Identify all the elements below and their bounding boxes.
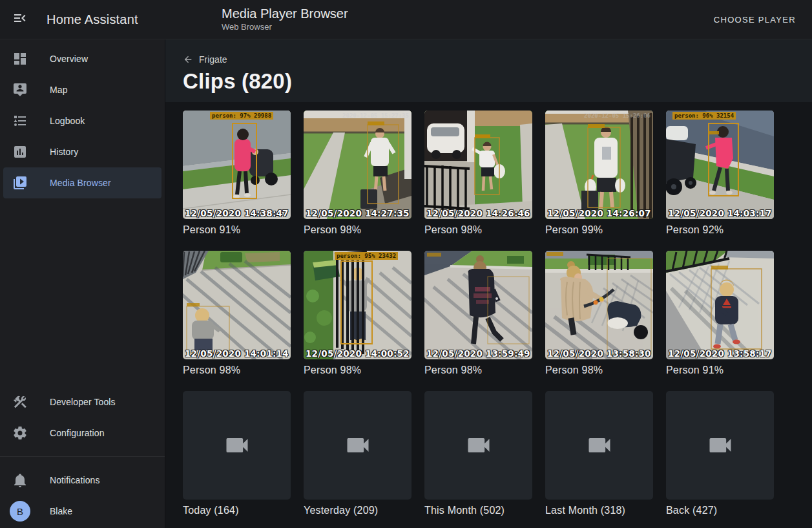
clip-card: person: 97% 29988 12/05/2020 14:38:47 Pe… <box>183 111 291 236</box>
clip-thumbnail[interactable]: 2020-12-05 15:26:06 12/05/2020 14:26:07 <box>545 111 653 219</box>
clip-timestamp: 12/05/2020 14:03:17 <box>668 208 772 218</box>
media-browser-panel: Frigate Clips (820) <box>165 39 812 528</box>
breadcrumb-back[interactable]: Frigate <box>183 54 227 65</box>
sidebar-item-label: History <box>50 147 78 157</box>
folder-caption: This Month (502) <box>424 505 532 516</box>
clip-caption: Person 91% <box>666 364 774 376</box>
sidebar-item-history[interactable]: History <box>3 136 161 167</box>
sidebar-item-user-profile[interactable]: B Blake <box>3 496 161 527</box>
panel-title-block: Media Player Browser Web Browser <box>222 6 348 32</box>
app-bar: Home Assistant Media Player Browser Web … <box>0 0 812 39</box>
folder-card-this-month: This Month (502) <box>424 391 532 516</box>
clip-card: 12/05/2020 14:01:14 Person 98% <box>183 251 291 376</box>
clip-caption: Person 98% <box>424 364 532 376</box>
menu-open-icon <box>12 10 28 28</box>
clip-card: 2020-12-05 15:26:06 12/05/2020 14:26:07 … <box>545 111 653 236</box>
choose-player-button[interactable]: CHOOSE PLAYER <box>709 10 801 30</box>
video-icon <box>344 431 372 459</box>
folder-thumbnail[interactable] <box>424 391 532 500</box>
clip-timestamp: 12/05/2020 13:58:17 <box>668 348 772 359</box>
clip-thumbnail[interactable]: person: 96% 32154 12/05/2020 14:03:17 <box>666 111 774 219</box>
clip-caption: Person 98% <box>545 364 653 376</box>
clip-timestamp: 12/05/2020 13:59:49 <box>426 348 530 359</box>
clip-thumbnail[interactable]: person: 97% 29988 12/05/2020 14:38:47 <box>183 111 291 219</box>
sidebar-item-overview[interactable]: Overview <box>3 43 161 74</box>
sidebar-spacer <box>0 198 165 386</box>
sidebar-item-developer-tools[interactable]: Developer Tools <box>3 386 161 417</box>
detection-label: person: 95% 23432 <box>335 252 398 260</box>
sidebar-item-label: Configuration <box>50 428 105 438</box>
sidebar-divider <box>0 456 165 457</box>
app-title: Home Assistant <box>47 12 138 27</box>
format-list-bulleted-icon <box>12 113 28 129</box>
sidebar: Overview Map Logbook History Media Brows… <box>0 39 165 528</box>
camera-timestamp: 2020-12-05 15:27:35 <box>342 112 409 119</box>
folder-thumbnail[interactable] <box>545 391 653 500</box>
clip-thumbnail[interactable]: person: 95% 23432 12/05/2020 14:00:52 <box>304 251 411 359</box>
folder-card-back: Back (427) <box>666 391 774 516</box>
clip-thumbnail[interactable]: 12/05/2020 13:58:30 <box>545 251 653 359</box>
clip-caption: Person 99% <box>545 224 653 236</box>
video-icon <box>706 431 734 459</box>
clip-caption: Person 98% <box>424 224 532 236</box>
sidebar-item-label: Overview <box>50 54 88 64</box>
panel-subtitle: Web Browser <box>222 23 348 32</box>
clip-card: 12/05/2020 13:59:49 Person 98% <box>424 251 532 376</box>
sidebar-item-notifications[interactable]: Notifications <box>3 465 161 496</box>
folder-caption: Today (164) <box>183 505 291 516</box>
sidebar-item-label: Logbook <box>50 116 85 126</box>
clip-thumbnail[interactable]: 12/05/2020 13:59:49 <box>424 251 532 359</box>
clip-timestamp: 12/05/2020 13:58:30 <box>547 348 651 359</box>
clip-timestamp: 12/05/2020 14:26:07 <box>547 208 651 218</box>
arrow-left-icon <box>183 54 193 65</box>
gear-icon <box>12 425 28 441</box>
clip-thumbnail[interactable]: 12/05/2020 14:01:14 <box>183 251 291 359</box>
clip-timestamp: 12/05/2020 14:00:52 <box>306 348 410 359</box>
clip-grid: person: 97% 29988 12/05/2020 14:38:47 Pe… <box>183 111 812 516</box>
video-icon <box>464 431 493 459</box>
clip-card: 2020-12-05 15:27:35 12/05/2020 14:27:35 … <box>304 111 411 236</box>
app-bar-left: Home Assistant <box>0 10 165 28</box>
video-icon <box>223 431 251 459</box>
clip-caption: Person 98% <box>183 364 291 376</box>
video-icon <box>585 431 614 459</box>
sidebar-item-label: Developer Tools <box>50 397 116 407</box>
user-name: Blake <box>50 506 72 516</box>
page-title: Clips (820) <box>183 69 812 94</box>
clip-thumbnail[interactable]: 12/05/2020 13:58:17 <box>666 251 774 359</box>
clip-caption: Person 91% <box>183 224 291 236</box>
clip-card: person: 96% 32154 12/05/2020 14:03:17 Pe… <box>666 111 774 236</box>
sidebar-nav: Overview Map Logbook History Media Brows… <box>0 39 165 198</box>
hammer-icon <box>12 394 28 410</box>
clip-card: person: 95% 23432 12/05/2020 14:00:52 Pe… <box>304 251 411 376</box>
play-box-multiple-icon <box>12 175 28 191</box>
clip-card: 12/05/2020 13:58:17 Person 91% <box>666 251 774 376</box>
clip-timestamp: 12/05/2020 14:26:46 <box>426 208 530 218</box>
sidebar-item-media-browser[interactable]: Media Browser <box>3 167 161 198</box>
folder-caption: Last Month (318) <box>545 505 653 516</box>
content-header: Frigate Clips (820) <box>165 39 812 102</box>
sidebar-item-label: Media Browser <box>50 178 111 188</box>
bell-icon <box>12 472 28 488</box>
clip-thumbnail[interactable]: 12/05/2020 14:26:46 <box>424 111 532 219</box>
folder-caption: Yesterday (209) <box>304 505 411 516</box>
sidebar-toggle-button[interactable] <box>11 10 29 28</box>
breadcrumb-label: Frigate <box>199 54 227 65</box>
sidebar-item-logbook[interactable]: Logbook <box>3 105 161 136</box>
clip-timestamp: 12/05/2020 14:38:47 <box>185 208 289 218</box>
sidebar-item-map[interactable]: Map <box>3 74 161 105</box>
folder-card-today: Today (164) <box>183 391 291 516</box>
folder-thumbnail[interactable] <box>183 391 291 500</box>
clip-thumbnail[interactable]: 2020-12-05 15:27:35 12/05/2020 14:27:35 <box>304 111 411 219</box>
panel-title: Media Player Browser <box>222 6 348 21</box>
clip-card: 12/05/2020 14:26:46 Person 98% <box>424 111 532 236</box>
detection-label: person: 96% 32154 <box>672 112 736 120</box>
folder-thumbnail[interactable] <box>666 391 774 500</box>
sidebar-item-configuration[interactable]: Configuration <box>3 417 161 449</box>
chart-box-icon <box>12 144 28 160</box>
sidebar-item-label: Map <box>50 85 68 95</box>
clip-timestamp: 12/05/2020 14:01:14 <box>185 348 289 359</box>
sidebar-item-label: Notifications <box>50 475 100 485</box>
clip-timestamp: 12/05/2020 14:27:35 <box>306 208 410 218</box>
folder-thumbnail[interactable] <box>304 391 411 500</box>
